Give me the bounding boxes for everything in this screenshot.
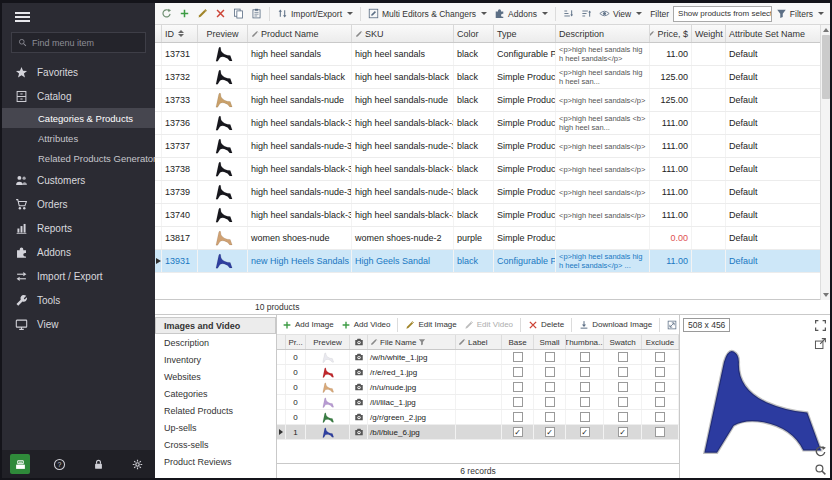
thumbnail-checkbox[interactable] bbox=[580, 427, 590, 437]
lock-button[interactable] bbox=[88, 454, 108, 474]
sidebar-item-favorites[interactable]: Favorites bbox=[2, 60, 155, 84]
column-header-product-name[interactable]: Product Name bbox=[248, 25, 352, 42]
store-button[interactable] bbox=[10, 454, 30, 474]
column-header-sku[interactable]: SKU bbox=[352, 25, 454, 42]
column-header-exclude[interactable]: Exclude bbox=[642, 335, 679, 349]
help-button[interactable] bbox=[49, 454, 69, 474]
sidebar-item-import-export[interactable]: Import / Export bbox=[2, 264, 155, 288]
sidebar-item-customers[interactable]: Customers bbox=[2, 168, 155, 192]
exclude-checkbox[interactable] bbox=[655, 397, 665, 407]
small-checkbox[interactable] bbox=[545, 382, 555, 392]
column-header-camera[interactable] bbox=[350, 335, 368, 349]
tab-item[interactable]: Websites bbox=[155, 368, 276, 385]
category-filter-select[interactable]: Show products from selected categories bbox=[673, 6, 772, 22]
delete-product-button[interactable] bbox=[212, 6, 229, 21]
column-header-id[interactable]: ID bbox=[162, 25, 198, 42]
small-checkbox[interactable] bbox=[545, 367, 555, 377]
column-header-preview[interactable]: Preview bbox=[198, 25, 248, 42]
base-checkbox[interactable] bbox=[513, 412, 523, 422]
rotate-button[interactable] bbox=[814, 444, 827, 457]
tab-item[interactable]: Images and Video bbox=[155, 317, 276, 334]
exclude-checkbox[interactable] bbox=[655, 382, 665, 392]
scrollbar-thumb[interactable] bbox=[822, 35, 830, 99]
swatch-checkbox[interactable] bbox=[618, 397, 628, 407]
tab-item[interactable]: Categories bbox=[155, 385, 276, 402]
thumbnail-checkbox[interactable] bbox=[580, 382, 590, 392]
table-row[interactable]: 13738 high heel sandals-black-37 high he… bbox=[155, 158, 830, 181]
small-checkbox[interactable] bbox=[545, 412, 555, 422]
sidebar-item-reports[interactable]: Reports bbox=[2, 216, 155, 240]
base-checkbox[interactable] bbox=[513, 367, 523, 377]
column-header-thumbnail[interactable]: Thumbna... bbox=[566, 335, 604, 349]
table-row[interactable]: 13731 high heel sandals high heel sandal… bbox=[155, 43, 830, 66]
column-header-small[interactable]: Small bbox=[534, 335, 566, 349]
sidebar-item-view[interactable]: View bbox=[2, 312, 155, 336]
table-row[interactable]: 13817 women shoes-nude women shoes-nude-… bbox=[155, 227, 830, 250]
open-external-button[interactable] bbox=[814, 336, 827, 349]
add-image-button[interactable]: Add Image bbox=[279, 318, 337, 332]
table-row[interactable]: 13740 high heel sandals-black-38 high he… bbox=[155, 204, 830, 227]
column-header-description[interactable]: Description bbox=[556, 25, 650, 42]
filters-menu[interactable]: Filters bbox=[773, 6, 827, 21]
table-row[interactable]: 13736 high heel sandals-black-36 high he… bbox=[155, 112, 830, 135]
search-input[interactable] bbox=[32, 38, 139, 48]
small-checkbox[interactable] bbox=[545, 352, 555, 362]
image-row[interactable]: 0 /w/h/white_1.jpg bbox=[277, 350, 679, 365]
download-image-button[interactable]: Download Image bbox=[576, 318, 655, 332]
sidebar-item-tools[interactable]: Tools bbox=[2, 288, 155, 312]
view-menu[interactable]: View bbox=[596, 6, 645, 21]
column-header-color[interactable]: Color bbox=[454, 25, 494, 42]
column-header-type[interactable]: Type bbox=[494, 25, 556, 42]
tab-item[interactable]: Cross-sells bbox=[155, 436, 276, 453]
table-row[interactable]: 13931 new High Heels Sandals High Geels … bbox=[155, 250, 830, 273]
edit-image-button[interactable]: Edit Image bbox=[402, 318, 459, 332]
table-row[interactable]: 13737 high heel sandals-nude-36 high hee… bbox=[155, 135, 830, 158]
thumbnail-checkbox[interactable] bbox=[580, 367, 590, 377]
paste-button[interactable] bbox=[248, 6, 265, 21]
multi-editors-menu[interactable]: Multi Editors & Changers bbox=[365, 6, 490, 21]
copy-button[interactable] bbox=[230, 6, 247, 21]
thumbnail-checkbox[interactable] bbox=[580, 412, 590, 422]
column-header-price[interactable]: Price, $ bbox=[650, 25, 692, 42]
base-checkbox[interactable] bbox=[513, 397, 523, 407]
scroll-down-arrow-icon[interactable] bbox=[823, 293, 829, 297]
sort-ascending-button[interactable] bbox=[560, 6, 577, 21]
image-row[interactable]: 0 /g/r/green_2.jpg bbox=[277, 410, 679, 425]
refresh-button[interactable] bbox=[158, 6, 175, 21]
menu-toggle[interactable] bbox=[2, 3, 155, 31]
tab-item[interactable]: Related Products bbox=[155, 402, 276, 419]
column-header-swatch[interactable]: Swatch bbox=[604, 335, 642, 349]
column-header-weight[interactable]: Weight bbox=[692, 25, 726, 42]
swatch-checkbox[interactable] bbox=[618, 367, 628, 377]
sort-descending-button[interactable] bbox=[578, 6, 595, 21]
image-row[interactable]: 0 /l/i/lilac_1.jpg bbox=[277, 395, 679, 410]
swatch-checkbox[interactable] bbox=[618, 382, 628, 392]
exclude-checkbox[interactable] bbox=[655, 352, 665, 362]
column-header-image-preview[interactable]: Preview bbox=[306, 335, 350, 349]
thumbnail-checkbox[interactable] bbox=[580, 397, 590, 407]
edit-product-button[interactable] bbox=[194, 6, 211, 21]
import-export-menu[interactable]: Import/Export bbox=[274, 6, 356, 21]
add-video-button[interactable]: Add Video bbox=[338, 318, 394, 332]
settings-button[interactable] bbox=[127, 454, 147, 474]
image-row[interactable]: 0 /r/e/red_1.jpg bbox=[277, 365, 679, 380]
thumbnail-checkbox[interactable] bbox=[580, 352, 590, 362]
exclude-checkbox[interactable] bbox=[655, 427, 665, 437]
swatch-checkbox[interactable] bbox=[618, 427, 628, 437]
column-header-position[interactable]: Pr... bbox=[286, 335, 306, 349]
tab-item[interactable]: Inventory bbox=[155, 351, 276, 368]
tab-item[interactable]: Product Reviews bbox=[155, 453, 276, 470]
image-row[interactable]: 0 /n/u/nude.jpg bbox=[277, 380, 679, 395]
base-checkbox[interactable] bbox=[513, 382, 523, 392]
image-row[interactable]: 1 /b/l/blue_6.jpg bbox=[277, 425, 679, 440]
tab-item[interactable]: Up-sells bbox=[155, 419, 276, 436]
table-row[interactable]: 13733 high heel sandals-nude high heel s… bbox=[155, 89, 830, 112]
sidebar-item-orders[interactable]: Orders bbox=[2, 192, 155, 216]
table-row[interactable]: 13732 high heel sandals-black high heel … bbox=[155, 66, 830, 89]
sidebar-item-related-products-generator[interactable]: Related Products Generator bbox=[2, 148, 155, 168]
swatch-checkbox[interactable] bbox=[618, 412, 628, 422]
swatch-checkbox[interactable] bbox=[618, 352, 628, 362]
sidebar-item-categories-products[interactable]: Categories & Products bbox=[2, 108, 155, 128]
addons-menu[interactable]: Addons bbox=[491, 6, 551, 21]
small-checkbox[interactable] bbox=[545, 397, 555, 407]
